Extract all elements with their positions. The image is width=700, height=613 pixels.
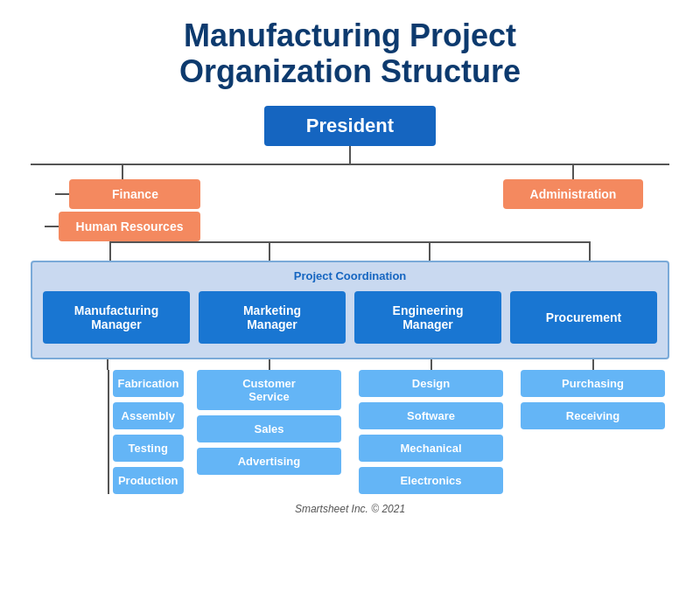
footer: Smartsheet Inc. © 2021 bbox=[26, 503, 674, 515]
engineering-manager-box: EngineeringManager bbox=[354, 291, 501, 344]
testing-box: Testing bbox=[113, 435, 185, 462]
marketing-manager-box: MarketingManager bbox=[199, 291, 346, 344]
receiving-box: Receiving bbox=[521, 402, 665, 429]
sales-box: Sales bbox=[197, 415, 341, 442]
software-box: Software bbox=[359, 402, 503, 429]
design-box: Design bbox=[359, 370, 503, 397]
hr-box: Human Resources bbox=[59, 212, 201, 241]
finance-box: Finance bbox=[69, 179, 200, 209]
procurement-sub-col: Purchasing Receiving bbox=[516, 359, 669, 494]
production-box: Production bbox=[113, 467, 185, 494]
right-vline bbox=[572, 165, 574, 179]
engineering-sub-col: Design Software Mechanical Electronics bbox=[354, 359, 508, 494]
sub-section: Fabrication Assembly Testing Production bbox=[31, 359, 669, 494]
left-vline bbox=[122, 165, 123, 179]
customer-service-box: CustomerService bbox=[197, 370, 341, 410]
procurement-box: Procurement bbox=[510, 291, 657, 344]
mechanical-box: Mechanical bbox=[359, 435, 503, 462]
advertising-box: Advertising bbox=[197, 448, 341, 475]
second-connector bbox=[31, 241, 669, 261]
fhr-bracket: Finance Human Resources bbox=[45, 179, 201, 241]
manufacturing-manager-box: ManufacturingManager bbox=[43, 291, 190, 344]
fabrication-box: Fabrication bbox=[113, 370, 185, 397]
page-title: Manufacturing Project Organization Struc… bbox=[26, 17, 674, 90]
president-box: President bbox=[264, 106, 436, 146]
org-chart: President Finance bbox=[26, 106, 674, 494]
managers-row: ManufacturingManager MarketingManager En… bbox=[43, 291, 657, 344]
purchasing-box: Purchasing bbox=[521, 370, 665, 397]
admin-box: Administration bbox=[503, 179, 643, 209]
right-branch: Administration bbox=[477, 165, 669, 209]
pres-vline bbox=[349, 146, 351, 164]
manufacturing-sub-col: Fabrication Assembly Testing Production bbox=[31, 359, 184, 494]
left-branch: Finance Human Resources bbox=[31, 165, 214, 241]
electronics-box: Electronics bbox=[359, 467, 503, 494]
coord-section: Project Coordination ManufacturingManage… bbox=[31, 261, 669, 359]
coord-label: Project Coordination bbox=[43, 269, 657, 282]
fhr-hlines: Finance Human Resources bbox=[45, 179, 201, 241]
assembly-box: Assembly bbox=[113, 402, 185, 429]
marketing-sub-col: CustomerService Sales Advertising bbox=[192, 359, 346, 494]
top-branch-row: Finance Human Resources Administration bbox=[31, 165, 669, 241]
